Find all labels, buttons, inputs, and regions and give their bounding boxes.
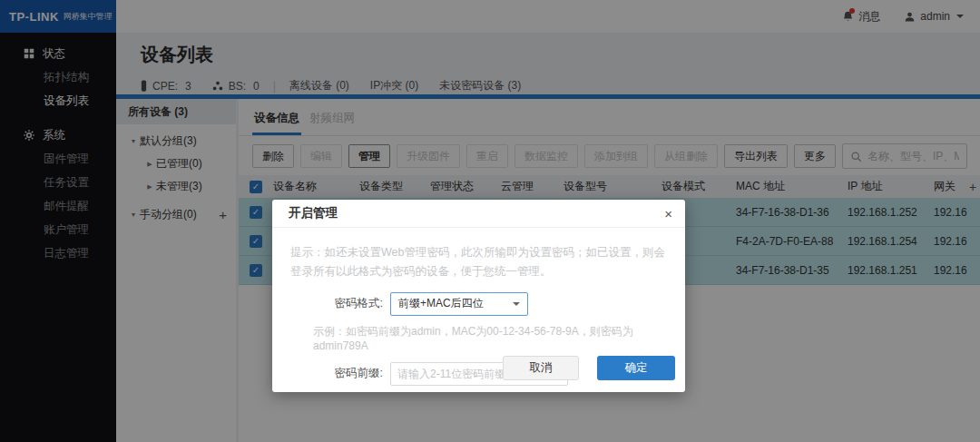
chevron-down-icon — [513, 302, 520, 306]
dialog-hint-text: 提示：如还未设置Web管理密码，此次所输即为设置密码；如已设置，则会登录所有以此… — [290, 243, 667, 282]
password-prefix-label: 密码前缀: — [272, 366, 390, 381]
password-example-text: 示例：如密码前缀为admin，MAC为00-12-34-56-78-9A，则密码… — [313, 324, 685, 352]
password-mode-label: 密码格式: — [272, 296, 390, 311]
app-window: TP-LINK 网桥集中管理 消息 admin — [0, 0, 980, 442]
dialog-footer: 取消 确定 — [503, 356, 675, 380]
dialog-header: 开启管理 × — [272, 200, 685, 228]
enable-management-dialog: 开启管理 × 提示：如还未设置Web管理密码，此次所输即为设置密码；如已设置，则… — [272, 200, 685, 392]
cancel-button[interactable]: 取消 — [503, 356, 579, 380]
close-icon[interactable]: × — [664, 207, 672, 221]
password-mode-select[interactable]: 前缀+MAC后四位 — [390, 292, 528, 316]
password-mode-value: 前缀+MAC后四位 — [398, 296, 484, 311]
password-mode-row: 密码格式: 前缀+MAC后四位 — [272, 292, 685, 316]
confirm-button[interactable]: 确定 — [597, 356, 675, 380]
dialog-title: 开启管理 — [289, 205, 338, 221]
